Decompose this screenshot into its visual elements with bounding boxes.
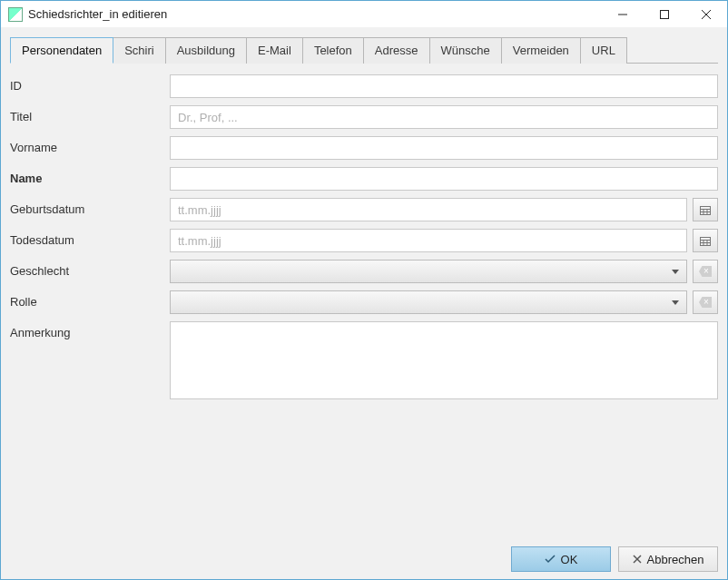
id-field[interactable] xyxy=(170,74,718,98)
maximize-icon xyxy=(660,10,669,19)
check-icon xyxy=(545,555,556,564)
ok-button[interactable]: OK xyxy=(511,546,611,572)
rolle-clear-button[interactable] xyxy=(693,290,718,314)
window-close-button[interactable] xyxy=(685,1,727,28)
label-geschlecht: Geschlecht xyxy=(10,260,164,278)
svg-rect-1 xyxy=(661,10,669,18)
clear-icon xyxy=(699,297,712,308)
label-titel: Titel xyxy=(10,105,164,123)
label-todesdatum: Todesdatum xyxy=(10,229,164,247)
label-name: Name xyxy=(10,167,164,185)
label-anmerkung: Anmerkung xyxy=(10,321,164,339)
cancel-button-label: Abbrechen xyxy=(647,553,704,566)
geschlecht-select[interactable] xyxy=(170,260,687,283)
tab-adresse[interactable]: Adresse xyxy=(363,37,430,64)
svg-rect-4 xyxy=(701,207,711,215)
tab-ausbildung[interactable]: Ausbildung xyxy=(165,37,247,64)
app-icon xyxy=(8,7,23,22)
calendar-icon xyxy=(700,204,711,215)
rolle-select[interactable] xyxy=(170,290,687,314)
cancel-button[interactable]: Abbrechen xyxy=(618,546,718,572)
tab-personendaten[interactable]: Personendaten xyxy=(10,37,113,64)
titel-field[interactable] xyxy=(170,105,718,129)
anmerkung-field[interactable] xyxy=(170,321,718,399)
tab-email[interactable]: E-Mail xyxy=(246,37,303,64)
tab-vermeiden[interactable]: Vermeiden xyxy=(501,37,581,64)
label-rolle: Rolle xyxy=(10,290,164,309)
tab-wuensche[interactable]: Wünsche xyxy=(429,37,502,64)
label-id: ID xyxy=(10,74,164,93)
tab-bar: Personendaten Schiri Ausbildung E-Mail T… xyxy=(10,36,718,64)
ok-button-label: OK xyxy=(561,553,578,566)
geburtsdatum-datepicker-button[interactable] xyxy=(693,198,718,221)
tab-schiri[interactable]: Schiri xyxy=(113,37,166,64)
chevron-down-icon xyxy=(672,300,679,305)
label-vorname: Vorname xyxy=(10,136,164,154)
clear-icon xyxy=(699,266,712,277)
minimize-icon xyxy=(618,10,627,19)
geburtsdatum-field[interactable] xyxy=(170,198,687,221)
calendar-icon xyxy=(700,235,711,246)
window-title: Schiedsrichter_in editieren xyxy=(28,7,174,21)
form: ID Titel Vorname Name Geburtsdatum Todes… xyxy=(10,64,718,399)
svg-rect-9 xyxy=(701,238,711,246)
vorname-field[interactable] xyxy=(170,136,718,160)
todesdatum-datepicker-button[interactable] xyxy=(693,229,718,252)
tab-url[interactable]: URL xyxy=(580,37,627,64)
tab-telefon[interactable]: Telefon xyxy=(302,37,364,64)
close-icon xyxy=(702,10,711,19)
window-maximize-button[interactable] xyxy=(644,1,685,28)
todesdatum-field[interactable] xyxy=(170,229,687,252)
title-bar: Schiedsrichter_in editieren xyxy=(1,1,727,28)
dialog-button-bar: OK Abbrechen xyxy=(10,539,718,572)
geschlecht-clear-button[interactable] xyxy=(693,260,718,283)
x-icon xyxy=(633,555,642,564)
window-minimize-button[interactable] xyxy=(602,1,644,28)
label-geburtsdatum: Geburtsdatum xyxy=(10,198,164,216)
client-area: Personendaten Schiri Ausbildung E-Mail T… xyxy=(1,27,727,579)
name-field[interactable] xyxy=(170,167,718,191)
chevron-down-icon xyxy=(672,270,679,274)
